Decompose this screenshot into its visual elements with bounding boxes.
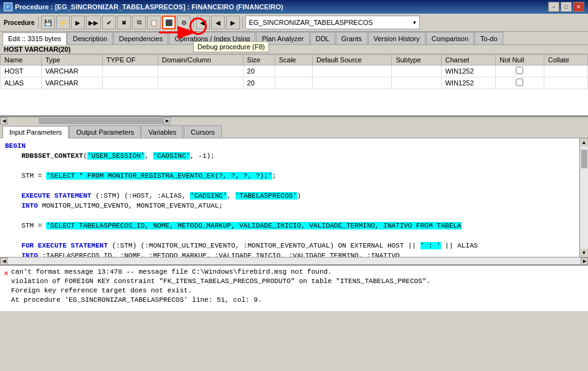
params-table: Name Type TYPE OF Domain/Column Size Sca… bbox=[0, 54, 588, 89]
cell-typeof bbox=[102, 65, 158, 77]
cell-size: 20 bbox=[243, 65, 275, 77]
maximize-button[interactable]: □ bbox=[561, 2, 572, 12]
table-hscroll[interactable]: ◀ ▶ bbox=[0, 117, 588, 124]
bottom-tabs: Input Parameters Output Parameters Varia… bbox=[0, 124, 588, 138]
paste-button[interactable]: 📋 bbox=[147, 16, 161, 29]
run-button[interactable]: ▶ bbox=[71, 16, 85, 29]
tab-output-parameters[interactable]: Output Parameters bbox=[69, 125, 141, 138]
cell-subtype bbox=[392, 77, 441, 89]
minimize-button[interactable]: − bbox=[548, 2, 559, 12]
separator-3 bbox=[242, 16, 243, 29]
top-tabs: Edit :: 3315 bytes Description Dependenc… bbox=[0, 32, 588, 45]
debug-tooltip: Debug procedure (F8) bbox=[193, 41, 269, 52]
code-area[interactable]: BEGIN RDB$SET_CONTEXT('USER_SESSION', 'C… bbox=[0, 138, 579, 257]
cell-size: 20 bbox=[243, 77, 275, 89]
cell-type: VARCHAR bbox=[41, 77, 102, 89]
step-over-button[interactable]: ▶▶ bbox=[86, 16, 101, 29]
error-icon: ✕ bbox=[4, 268, 9, 309]
nav-next-button[interactable]: ▶ bbox=[226, 16, 240, 29]
close-button[interactable]: ✕ bbox=[573, 2, 584, 12]
cell-typeof bbox=[102, 77, 158, 89]
window-title: Procedure : [EG_SINCRONIZAR_TABELASPRECO… bbox=[15, 3, 283, 11]
cell-scale bbox=[275, 65, 312, 77]
tab-edit[interactable]: Edit :: 3315 bytes bbox=[2, 32, 67, 45]
copy-button[interactable]: ⧉ bbox=[132, 16, 146, 29]
cell-notnull[interactable] bbox=[496, 77, 544, 89]
code-vscrollbar[interactable]: ▲ ▼ bbox=[579, 138, 588, 257]
cell-scale bbox=[275, 77, 312, 89]
code-hscroll[interactable]: ◀ ▶ bbox=[0, 257, 588, 264]
col-header-notnull: Not Null bbox=[496, 55, 544, 65]
dropdown-value: EG_SINCRONIZAR_TABELASPRECOS bbox=[249, 19, 372, 26]
cell-charset: WIN1252 bbox=[441, 65, 495, 77]
dropdown-arrow-icon[interactable]: ▼ bbox=[412, 20, 417, 26]
hscroll-left-btn[interactable]: ◀ bbox=[0, 117, 7, 125]
separator-2 bbox=[193, 16, 194, 29]
procedure-dropdown[interactable]: EG_SINCRONIZAR_TABELASPRECOS ▼ bbox=[245, 16, 420, 29]
col-header-collate: Collate bbox=[544, 55, 587, 65]
params-table-container: Name Type TYPE OF Domain/Column Size Sca… bbox=[0, 54, 588, 117]
tab-description[interactable]: Description bbox=[67, 32, 113, 44]
tab-dependencies[interactable]: Dependencies bbox=[113, 32, 168, 44]
tab-ddl[interactable]: DDL bbox=[310, 32, 335, 44]
tab-comparison[interactable]: Comparison bbox=[426, 32, 474, 44]
cell-type: VARCHAR bbox=[41, 65, 102, 77]
col-header-name: Name bbox=[1, 55, 42, 65]
table-row[interactable]: ALIAS VARCHAR 20 WIN1252 bbox=[1, 77, 588, 89]
cell-notnull[interactable] bbox=[496, 65, 544, 77]
cell-name: HOST bbox=[1, 65, 42, 77]
col-header-default: Default Source bbox=[312, 55, 391, 65]
check-button[interactable]: ✔ bbox=[102, 16, 116, 29]
cell-name: ALIAS bbox=[1, 77, 42, 89]
tab-version-history[interactable]: Version History bbox=[368, 32, 425, 44]
cell-default bbox=[312, 65, 391, 77]
col-header-typeof: TYPE OF bbox=[102, 55, 158, 65]
code-hscroll-right-btn[interactable]: ▶ bbox=[581, 258, 588, 265]
tab-cursors[interactable]: Cursors bbox=[184, 125, 222, 138]
error-text: can't format message 13:470 -- message f… bbox=[11, 267, 430, 309]
vscroll-thumb[interactable] bbox=[581, 150, 587, 168]
col-header-type: Type bbox=[41, 55, 102, 65]
info-bar: HOST VARCHAR(20) bbox=[0, 45, 588, 54]
nav-prev2-button[interactable]: ◀ bbox=[211, 16, 225, 29]
compile-button[interactable]: ⚡ bbox=[56, 16, 70, 29]
cell-domain bbox=[158, 65, 244, 77]
app-icon: P bbox=[4, 2, 12, 11]
separator-1 bbox=[38, 16, 39, 29]
debug-button[interactable]: ⬛ bbox=[162, 16, 176, 29]
col-header-scale: Scale bbox=[275, 55, 312, 65]
hscroll-thumb[interactable] bbox=[39, 118, 163, 124]
code-hscroll-track[interactable] bbox=[7, 258, 581, 264]
save-button[interactable]: 💾 bbox=[41, 16, 55, 29]
col-header-domain: Domain/Column bbox=[158, 55, 244, 65]
error-panel: ✕ can't format message 13:470 -- message… bbox=[0, 264, 588, 311]
vscroll-down-btn[interactable]: ▼ bbox=[581, 249, 588, 257]
tab-input-parameters[interactable]: Input Parameters bbox=[2, 126, 69, 138]
vscroll-track[interactable] bbox=[581, 147, 588, 249]
col-header-subtype: Subtype bbox=[392, 55, 441, 65]
cell-domain bbox=[158, 77, 244, 89]
vscroll-up-btn[interactable]: ▲ bbox=[581, 138, 588, 147]
tab-todo[interactable]: To-do bbox=[475, 32, 503, 44]
toolbar: Procedure 💾 ⚡ ▶ ▶▶ ✔ ✖ ⧉ 📋 ⬛ ⚙ ◀| ◀ ▶ EG… bbox=[0, 14, 588, 32]
procedure-label: Procedure bbox=[2, 19, 36, 26]
code-editor: BEGIN RDB$SET_CONTEXT('USER_SESSION', 'C… bbox=[0, 138, 588, 257]
table-row[interactable]: HOST VARCHAR 20 WIN1252 bbox=[1, 65, 588, 77]
hscroll-right-btn[interactable]: ▶ bbox=[163, 117, 171, 125]
nav-prev-button[interactable]: ◀| bbox=[196, 16, 210, 29]
col-header-charset: Charset bbox=[441, 55, 495, 65]
code-hscroll-left-btn[interactable]: ◀ bbox=[0, 258, 7, 265]
options-button[interactable]: ⚙ bbox=[177, 16, 191, 29]
stop-button[interactable]: ✖ bbox=[117, 16, 131, 29]
col-header-size: Size bbox=[243, 55, 275, 65]
title-bar: P Procedure : [EG_SINCRONIZAR_TABELASPRE… bbox=[0, 0, 588, 14]
tab-variables[interactable]: Variables bbox=[141, 125, 183, 138]
cell-default bbox=[312, 77, 391, 89]
cell-subtype bbox=[392, 65, 441, 77]
cell-collate bbox=[544, 77, 587, 89]
window-controls[interactable]: − □ ✕ bbox=[548, 2, 584, 12]
cell-charset: WIN1252 bbox=[441, 77, 495, 89]
cell-collate bbox=[544, 65, 587, 77]
tab-grants[interactable]: Grants bbox=[336, 32, 368, 44]
toolbar-row-1: Procedure 💾 ⚡ ▶ ▶▶ ✔ ✖ ⧉ 📋 ⬛ ⚙ ◀| ◀ ▶ EG… bbox=[2, 15, 586, 30]
